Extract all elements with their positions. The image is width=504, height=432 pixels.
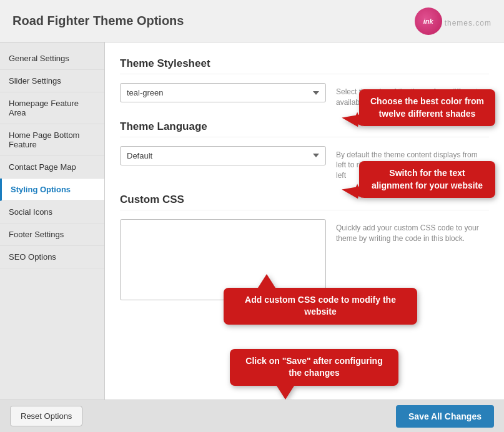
logo: ink themes.com bbox=[415, 7, 492, 35]
tooltip-bubble-color: Choose the best color from twelve differ… bbox=[359, 89, 495, 126]
language-select[interactable]: Default RTL bbox=[120, 146, 326, 165]
sidebar-item-styling-options[interactable]: Styling Options bbox=[0, 179, 104, 201]
stylesheet-field-left: teal-green blue red orange bbox=[120, 83, 326, 102]
language-field-left: Default RTL bbox=[120, 146, 326, 165]
sidebar-item-home-bottom-feature[interactable]: Home Page Bottom Feature bbox=[0, 124, 104, 156]
logo-icon: ink bbox=[415, 7, 442, 35]
logo-brand: themes.com bbox=[445, 13, 492, 29]
content-area: Theme Stylesheet teal-green blue red ora… bbox=[105, 42, 504, 400]
stylesheet-section-title: Theme Stylesheet bbox=[120, 57, 489, 74]
sidebar-item-general-settings[interactable]: General Settings bbox=[0, 47, 104, 70]
sidebar-item-footer-settings[interactable]: Footer Settings bbox=[0, 223, 104, 246]
sidebar-item-contact-page-map[interactable]: Contact Page Map bbox=[0, 156, 104, 179]
sidebar-item-slider-settings[interactable]: Slider Settings bbox=[0, 70, 104, 92]
main-layout: General Settings Slider Settings Homepag… bbox=[0, 42, 504, 400]
sidebar-item-social-icons[interactable]: Social Icons bbox=[0, 201, 104, 223]
reset-button[interactable]: Reset Options bbox=[10, 406, 82, 426]
tooltip-bubble-save: Click on "Save" after configuring the ch… bbox=[230, 349, 398, 386]
page-title: Road Fighter Theme Options bbox=[12, 14, 184, 28]
sidebar-item-seo-options[interactable]: SEO Options bbox=[0, 246, 104, 268]
sidebar-item-homepage-feature[interactable]: Homepage Feature Area bbox=[0, 92, 104, 124]
stylesheet-select[interactable]: teal-green blue red orange bbox=[120, 83, 326, 102]
css-help-text: Quickly add your custom CSS code to your… bbox=[336, 219, 489, 244]
tooltip-bubble-language: Switch for the text alignment for your w… bbox=[359, 161, 495, 198]
footer: Reset Options Save All Changes bbox=[0, 400, 504, 432]
save-button[interactable]: Save All Changes bbox=[396, 405, 494, 428]
header: Road Fighter Theme Options ink themes.co… bbox=[0, 0, 504, 42]
tooltip-bubble-css: Add custom CSS code to modify the websit… bbox=[224, 288, 417, 325]
sidebar: General Settings Slider Settings Homepag… bbox=[0, 42, 105, 400]
logo-icon-text: ink bbox=[423, 17, 433, 25]
app-wrapper: Road Fighter Theme Options ink themes.co… bbox=[0, 0, 504, 432]
